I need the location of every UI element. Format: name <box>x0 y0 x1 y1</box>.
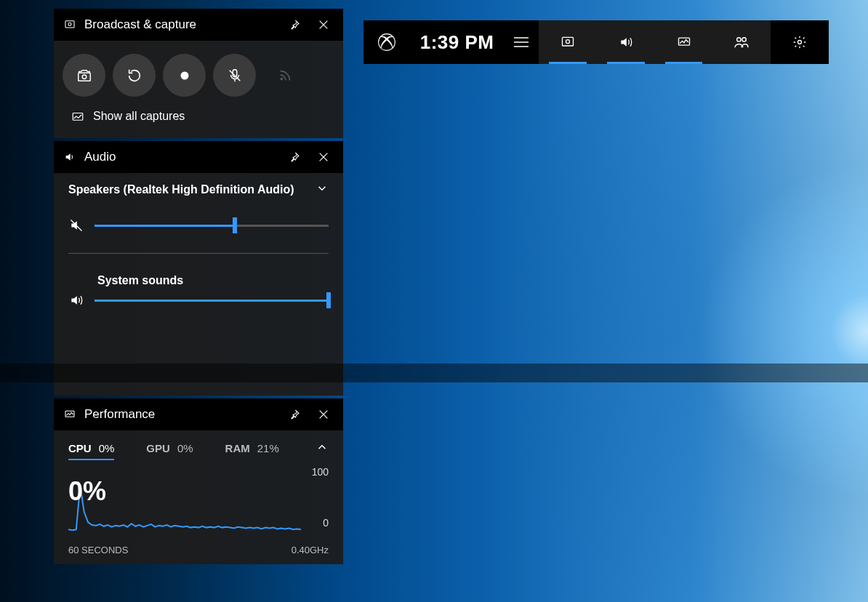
cpu-graph: 100 0 0% <box>68 466 329 531</box>
y-max: 100 <box>304 466 329 478</box>
performance-widget: Performance CPU 0% GPU 0% RAM 21% <box>54 398 343 564</box>
tab-ram[interactable]: RAM 21% <box>225 438 279 459</box>
gamebar: 1:39 PM <box>363 20 829 64</box>
chevron-up-icon[interactable] <box>316 441 329 456</box>
audio-widget: Audio Speakers (Realtek High Definition … <box>54 141 343 396</box>
broadcast-button[interactable] <box>263 54 306 97</box>
divider <box>68 253 329 254</box>
cpu-current-value: 0% <box>68 476 106 507</box>
pin-icon[interactable] <box>284 404 305 425</box>
audio-title: Audio <box>84 150 116 164</box>
broadcast-title: Broadcast & capture <box>84 17 196 32</box>
close-icon[interactable] <box>313 404 334 425</box>
show-all-captures-link[interactable]: Show all captures <box>63 110 334 123</box>
svg-rect-20 <box>73 113 83 121</box>
svg-rect-10 <box>65 21 74 28</box>
performance-icon <box>63 409 77 420</box>
record-button[interactable] <box>163 54 206 97</box>
svg-rect-14 <box>78 73 90 81</box>
chevron-down-icon[interactable] <box>316 182 329 198</box>
gamebar-social-button[interactable] <box>712 20 771 64</box>
close-icon[interactable] <box>313 146 334 168</box>
svg-point-15 <box>82 75 87 79</box>
tab-cpu-value: 0% <box>99 442 115 454</box>
tab-cpu[interactable]: CPU 0% <box>68 438 114 459</box>
x-axis-label: 60 SECONDS <box>68 545 128 555</box>
pin-icon[interactable] <box>284 14 305 36</box>
device-volume-slider[interactable] <box>95 225 329 227</box>
performance-title: Performance <box>84 407 155 422</box>
svg-point-5 <box>566 40 570 44</box>
tab-gpu-value: 0% <box>177 442 193 454</box>
widget-menu-icon[interactable] <box>504 20 539 64</box>
tab-gpu[interactable]: GPU 0% <box>146 438 193 459</box>
gamebar-settings-button[interactable] <box>771 20 829 64</box>
audio-device-name: Speakers (Realtek High Definition Audio) <box>68 183 294 196</box>
device-mute-icon[interactable] <box>68 218 84 233</box>
y-min: 0 <box>304 517 329 529</box>
pin-icon[interactable] <box>284 146 305 168</box>
gamebar-capture-button[interactable] <box>539 20 597 64</box>
tab-gpu-label: GPU <box>146 442 170 454</box>
xbox-icon[interactable] <box>363 20 410 64</box>
screenshot-button[interactable] <box>63 54 105 97</box>
capture-icon <box>63 19 77 31</box>
cpu-frequency: 0.40GHz <box>292 545 329 555</box>
svg-point-16 <box>180 71 188 79</box>
svg-point-8 <box>742 38 746 41</box>
svg-point-19 <box>280 77 283 80</box>
tab-ram-value: 21% <box>257 442 279 454</box>
gamebar-performance-button[interactable] <box>655 20 713 64</box>
system-mute-icon[interactable] <box>68 293 84 308</box>
show-all-captures-label: Show all captures <box>93 110 185 123</box>
svg-rect-4 <box>563 37 574 46</box>
svg-point-11 <box>68 23 71 25</box>
tab-ram-label: RAM <box>225 442 250 454</box>
svg-point-9 <box>798 41 802 44</box>
record-last-button[interactable] <box>113 54 156 97</box>
svg-point-7 <box>737 38 741 41</box>
gamebar-time: 1:39 PM <box>410 20 505 64</box>
gamebar-audio-button[interactable] <box>597 20 655 64</box>
broadcast-widget: Broadcast & capture <box>54 9 343 138</box>
system-volume-slider[interactable] <box>95 300 329 302</box>
close-icon[interactable] <box>313 14 334 36</box>
mic-off-button[interactable] <box>213 54 256 97</box>
system-sounds-label: System sounds <box>68 274 329 287</box>
audio-icon <box>63 151 77 163</box>
tab-cpu-label: CPU <box>68 442 92 454</box>
